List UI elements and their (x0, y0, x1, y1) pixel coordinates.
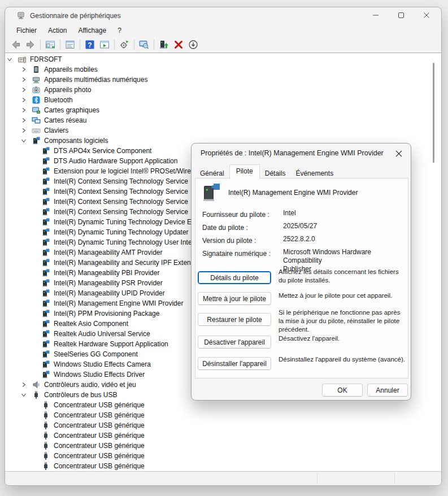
update-driver-icon (158, 39, 169, 50)
tree-item[interactable]: Concentrateur USB générique (5, 420, 441, 430)
tree-item-label: Appareils mobiles (44, 66, 98, 73)
vertical-scrollbar[interactable] (433, 63, 434, 163)
chevron-collapsed-icon[interactable] (20, 97, 27, 103)
maximize-button[interactable] (388, 7, 414, 24)
tree-item[interactable]: Concentrateur USB générique (5, 461, 441, 471)
disable-device-description: Désactivez l'appareil. (279, 334, 406, 343)
tree-item[interactable]: Appareils multimédias numériques (5, 75, 441, 85)
chevron-collapsed-icon[interactable] (20, 66, 27, 73)
back-button[interactable] (9, 38, 23, 51)
tree-item-label: Intel(R) Manageability UPID Provider (54, 289, 165, 297)
software-component-icon (41, 167, 50, 176)
tree-item-label: Realtek Hardware Support Application (54, 340, 168, 348)
cancel-button[interactable]: Annuler (367, 384, 408, 397)
software-component-icon (41, 360, 50, 369)
disable-device-button[interactable]: Désactiver l'appareil (198, 336, 271, 349)
toolbar-separator (154, 40, 154, 50)
tab-evenements[interactable]: Événements (290, 168, 338, 179)
disable-device-button[interactable] (186, 38, 200, 51)
tree-item-label: Contrôleurs de bus USB (44, 391, 117, 399)
chevron-collapsed-icon[interactable] (20, 127, 27, 134)
tab-general[interactable]: Général (195, 168, 229, 179)
roll-back-driver-button[interactable]: Restaurer le pilote (198, 313, 271, 326)
ok-button[interactable]: OK (322, 384, 363, 397)
chevron-expanded-icon[interactable] (20, 137, 27, 144)
menu-item-help[interactable]: ? (112, 25, 127, 36)
help-icon: ? (84, 39, 95, 50)
tree-item[interactable]: FDRSOFT (5, 54, 441, 64)
forward-button[interactable] (24, 38, 37, 51)
tree-item-label: Appareils multimédias numériques (44, 76, 147, 84)
mobile-device-icon (32, 65, 41, 74)
chevron-collapsed-icon[interactable] (20, 86, 27, 93)
chevron-collapsed-icon[interactable] (20, 117, 27, 124)
menu-item-action[interactable]: Action (42, 25, 72, 36)
tree-item-label: Cartes graphiques (44, 106, 99, 114)
field-label: Fournisseur du pilote : (202, 211, 269, 219)
tree-item[interactable]: Cartes réseau (5, 115, 441, 125)
tree-item[interactable]: Concentrateur USB générique (5, 400, 441, 410)
device-manager-window: Gestionnaire de périphériques FichierAct… (5, 7, 442, 486)
driver-details-button[interactable]: Détails du pilote (198, 271, 271, 284)
menu-item-fichier[interactable]: Fichier (11, 25, 42, 36)
minimize-button[interactable] (363, 7, 388, 24)
tree-item-label: Concentrateur USB générique (54, 421, 145, 429)
chevron-collapsed-icon[interactable] (20, 76, 27, 83)
driver-field-row: Fournisseur du pilote :Intel (202, 209, 404, 219)
tree-item[interactable]: Claviers (5, 125, 441, 136)
tab-details[interactable]: Détails (260, 168, 291, 179)
driver-details-description: Affichez les détails concernant les fich… (279, 268, 406, 285)
uninstall-icon (173, 39, 184, 50)
display-adapter-icon (32, 106, 41, 115)
close-button[interactable] (414, 7, 439, 24)
tree-item[interactable]: Concentrateur USB générique (5, 430, 441, 441)
tree-item[interactable]: Concentrateur USB générique (5, 410, 441, 420)
properties-dialog: Propriétés de : Intel(R) Management Engi… (191, 143, 411, 401)
usb-hub-icon (41, 401, 50, 410)
chevron-collapsed-icon[interactable] (20, 107, 27, 114)
update-driver-button[interactable] (157, 38, 171, 51)
software-component-icon (41, 329, 50, 338)
desktop-background: Gestionnaire de périphériques FichierAct… (0, 0, 448, 496)
statusbar-divider (317, 473, 317, 484)
roll-back-driver-description: Si le périphérique ne fonctionne pas apr… (279, 308, 406, 334)
tree-item-label: Bluetooth (44, 96, 73, 104)
tree-item[interactable]: Appareils mobiles (5, 64, 441, 75)
toolbar-separator (60, 40, 60, 50)
audio-controller-icon (32, 380, 41, 389)
computer-search-button[interactable] (137, 38, 151, 51)
chevron-expanded-icon[interactable] (6, 56, 13, 63)
scan-hardware-changes-button[interactable] (118, 38, 131, 51)
tree-item[interactable]: Appareils photo (5, 85, 441, 95)
tree-item[interactable]: Cartes graphiques (5, 105, 441, 115)
field-value: 2025/05/27 (283, 222, 408, 230)
tab-pilote[interactable]: Pilote (229, 164, 260, 179)
help-button[interactable]: ? (83, 38, 97, 51)
action-pane-button[interactable] (98, 38, 111, 51)
tree-item-label: DTS Audio Hardware Support Application (54, 157, 177, 165)
tree-item[interactable]: Bluetooth (5, 95, 441, 105)
show-console-tree-button[interactable] (44, 38, 57, 51)
update-driver-button[interactable]: Mettre à jour le pilote (198, 292, 271, 305)
forward-icon (25, 39, 36, 50)
tree-item[interactable]: Concentrateur USB générique (5, 451, 441, 461)
dialog-close-icon[interactable] (394, 149, 404, 159)
uninstall-device-button[interactable]: Désinstaller l'appareil (198, 357, 271, 370)
software-component-icon (41, 238, 50, 247)
usb-hub-icon (41, 411, 50, 420)
chevron-expanded-icon[interactable] (20, 391, 27, 398)
tree-item-label: Windows Studio Effects Camera (54, 360, 151, 368)
uninstall-device-button[interactable] (172, 38, 185, 51)
menu-item-affichage[interactable]: Affichage (72, 25, 112, 36)
chevron-collapsed-icon[interactable] (20, 381, 27, 388)
tree-item-label: Intel(R) Manageability and Security IPF … (54, 259, 195, 267)
usb-hub-icon (41, 462, 50, 471)
device-manager-icon (16, 11, 25, 20)
tree-item[interactable]: Concentrateur USB générique (5, 441, 441, 451)
software-component-icon (41, 217, 50, 227)
properties-button[interactable] (63, 38, 77, 51)
bluetooth-icon (32, 95, 41, 105)
usb-controller-icon (32, 390, 41, 399)
status-bar (5, 471, 441, 485)
software-component-icon (41, 268, 50, 277)
